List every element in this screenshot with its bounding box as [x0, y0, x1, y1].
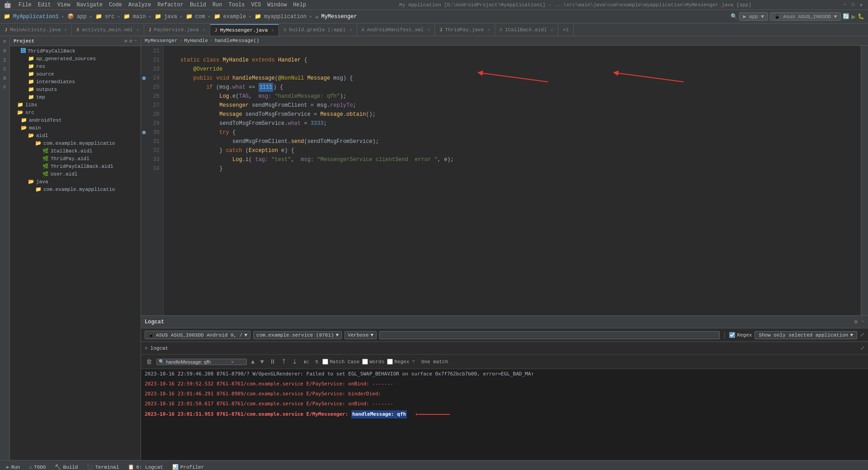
menu-view[interactable]: View	[55, 1, 73, 9]
logcat-expand-row-icon[interactable]: ⤢	[860, 345, 864, 351]
panel-sync-icon[interactable]: ⊕	[124, 38, 127, 44]
tree-item-thridpaycallback[interactable]: 🅲 ThridPayCallBack	[10, 47, 141, 55]
tree-item-source[interactable]: 📁 source	[10, 70, 141, 78]
tab-icallback[interactable]: A ICallBack.aidl ✕	[495, 24, 558, 36]
logcat-prev-match-icon[interactable]: ▲	[250, 358, 256, 366]
tab-buildgradle[interactable]: G build.gradle (:app) ✕	[279, 24, 357, 36]
logcat-pause-icon[interactable]: ⏸	[268, 358, 277, 366]
regex-checkbox[interactable]	[729, 332, 735, 338]
sidebar-build-variants-icon[interactable]: B	[1, 74, 9, 82]
tree-item-libs[interactable]: 📁 libs	[10, 101, 141, 109]
tab-more[interactable]: +2	[558, 24, 574, 36]
tree-item-res[interactable]: 📁 res	[10, 62, 141, 70]
maximize-button[interactable]: □	[850, 2, 856, 8]
menu-vcs[interactable]: VCS	[249, 1, 264, 9]
tab-activity-main-xml[interactable]: X activity_main.xml ✕	[72, 24, 144, 36]
tree-item-icallback-aidl[interactable]: 🌿 ICallBack.aidl	[10, 147, 141, 155]
show-selected-application[interactable]: Show only selected application ▼	[755, 331, 857, 339]
todo-btn[interactable]: ☑ TODO	[26, 463, 48, 470]
logcat-search-input[interactable]	[379, 331, 720, 339]
tree-item-thridpaycallback-aidl[interactable]: 🌿 ThridPayCallBack.aidl	[10, 162, 141, 170]
tab-payservice[interactable]: J PayService.java ✕	[144, 24, 210, 36]
regex-label[interactable]: Regex	[729, 332, 752, 338]
sidebar-favorites-icon[interactable]: F	[1, 83, 9, 91]
match-case-label[interactable]: Match Case	[322, 359, 359, 365]
regex-toggle-label[interactable]: Regex	[387, 359, 409, 365]
tab-icallback-close[interactable]: ✕	[551, 27, 553, 33]
menu-run[interactable]: Run	[210, 1, 225, 9]
tab-thridpay-close[interactable]: ✕	[487, 27, 490, 33]
menu-edit[interactable]: Edit	[35, 1, 54, 9]
tree-item-aidl[interactable]: 📂 aidl	[10, 132, 141, 139]
logcat-filter-icon[interactable]: ⚗	[313, 358, 320, 366]
build-btn[interactable]: 🔨 Build	[52, 463, 80, 470]
menu-build[interactable]: Build	[187, 1, 209, 9]
menu-help[interactable]: Help	[290, 1, 309, 9]
menu-analyze[interactable]: Analyze	[126, 1, 154, 9]
sidebar-project-icon[interactable]: P	[1, 38, 9, 46]
tree-item-tmp[interactable]: 📁 tmp	[10, 93, 141, 101]
tab-buildgradle-close[interactable]: ✕	[349, 27, 352, 33]
menu-code[interactable]: Code	[106, 1, 125, 9]
menu-window[interactable]: Window	[264, 1, 289, 9]
match-case-checkbox[interactable]	[322, 359, 328, 365]
logcat-expand-icon[interactable]: ⤢	[860, 332, 864, 338]
tree-item-intermediates[interactable]: 📁 intermediates	[10, 78, 141, 85]
words-checkbox[interactable]	[362, 359, 368, 365]
logcat-pause2-icon[interactable]: ⏯	[302, 358, 311, 366]
tab-mymessenger[interactable]: J MyMessenger.java ✕	[210, 24, 279, 36]
logcat-inner-search-input[interactable]	[166, 359, 229, 365]
tab-mainactivity[interactable]: J MainActivity.java ✕	[0, 24, 72, 36]
run-button[interactable]: ▶	[851, 12, 856, 21]
minimize-button[interactable]: −	[842, 2, 848, 8]
tab-payservice-close[interactable]: ✕	[203, 27, 205, 33]
breadcrumb-handlemessage[interactable]: handleMessage()	[215, 38, 259, 43]
tree-item-com-example-java[interactable]: 📁 com.example.myapplicatio	[10, 185, 141, 193]
tab-mymessenger-close[interactable]: ✕	[271, 28, 274, 33]
search-everywhere-icon[interactable]: 🔍	[731, 13, 737, 20]
logcat-btn[interactable]: 📋 6: Logcat	[125, 463, 165, 470]
words-label[interactable]: Words	[362, 359, 384, 365]
tree-item-user-aidl[interactable]: 🌿 User.aidl	[10, 170, 141, 178]
run-config-selector[interactable]: ▶ app ▼	[739, 12, 768, 21]
tree-item-outputs[interactable]: 📁 outputs	[10, 85, 141, 93]
logcat-filter-selector[interactable]: com.example.service (8761) ▼	[253, 331, 342, 339]
menu-file[interactable]: File	[16, 1, 34, 9]
logcat-scroll-top-icon[interactable]: ⤒	[280, 358, 288, 366]
breadcrumb-mymessenger[interactable]: MyMessenger	[145, 38, 178, 43]
logcat-level-selector[interactable]: Verbose ▼	[344, 331, 377, 339]
terminal-btn[interactable]: ⬛ Terminal	[84, 463, 122, 470]
tab-xml-close[interactable]: ✕	[137, 27, 139, 33]
sidebar-structure-icon[interactable]: Z	[1, 56, 9, 64]
logcat-clear-icon[interactable]: 🗑	[145, 358, 154, 366]
regex-toggle-checkbox[interactable]	[387, 359, 393, 365]
breadcrumb-myhandle[interactable]: MyHandle	[184, 38, 208, 43]
tab-mainactivity-close[interactable]: ✕	[64, 27, 67, 33]
tree-item-thridpay-aidl[interactable]: 🌿 ThridPay.aidl	[10, 155, 141, 162]
debug-button[interactable]: 🐛	[858, 13, 864, 20]
profiler-btn[interactable]: 📊 Profiler	[170, 463, 207, 470]
logcat-next-match-icon[interactable]: ▼	[259, 358, 265, 366]
sidebar-captures-icon[interactable]: C	[1, 65, 9, 73]
menu-tools[interactable]: Tools	[226, 1, 248, 9]
device-selector[interactable]: 📱 Asus ASUS_I003DD ▼	[770, 12, 841, 21]
tree-item-java[interactable]: 📂 java	[10, 178, 141, 185]
logcat-scroll-bottom-icon[interactable]: ⤓	[291, 358, 299, 366]
logcat-device-selector[interactable]: 📱 ASUS ASUS_I003DD Android 9, / ▼	[145, 331, 250, 339]
tab-androidmanifest[interactable]: A AndroidManifest.xml ✕	[357, 24, 435, 36]
logcat-settings-icon[interactable]: ⚙	[854, 318, 858, 325]
tree-item-main[interactable]: 📂 main	[10, 124, 141, 132]
sync-icon[interactable]: 🔄	[843, 13, 849, 20]
logcat-minimize-icon[interactable]: −	[861, 318, 864, 325]
panel-collapse-icon[interactable]: −	[134, 38, 137, 44]
tab-thridpay[interactable]: J ThridPay.java ✕	[435, 24, 495, 36]
tab-androidmanifest-close[interactable]: ✕	[427, 27, 430, 33]
code-area[interactable]: static class MyHandle extends Handler { …	[164, 46, 861, 315]
panel-settings-icon[interactable]: ⚙	[129, 38, 132, 44]
run-bottom-btn[interactable]: ▶ Run	[4, 463, 23, 470]
log-lines[interactable]: 2023-10-16 22:59:46.208 8761-8790/? W/Op…	[141, 369, 868, 460]
menu-refactor[interactable]: Refactor	[155, 1, 186, 9]
tree-item-ap-generated[interactable]: 📁 ap_generated_sources	[10, 55, 141, 62]
tree-item-src[interactable]: 📂 src	[10, 109, 141, 116]
tree-item-com-example[interactable]: 📂 com.example.myapplicatio	[10, 139, 141, 147]
